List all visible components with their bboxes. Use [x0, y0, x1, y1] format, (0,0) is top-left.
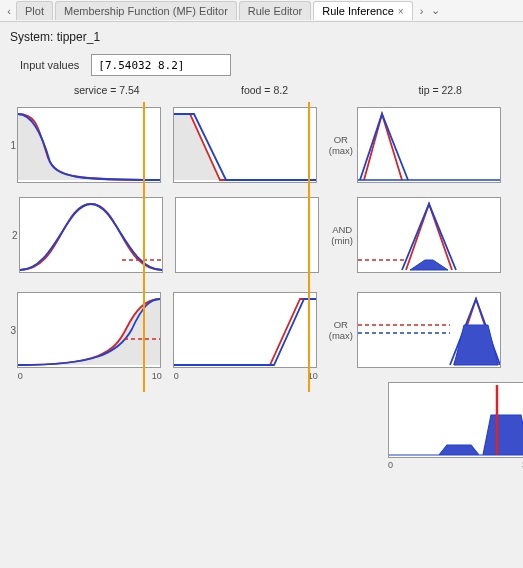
aggregate-row: 0 30: [10, 382, 513, 474]
system-name: System: tipper_1: [10, 30, 513, 44]
tick: 10: [152, 371, 162, 381]
client-area: System: tipper_1 Input values service = …: [0, 22, 523, 568]
tab-label: Rule Inference: [322, 5, 394, 17]
mf-food-3[interactable]: 0 10: [173, 292, 317, 368]
mf-service-3[interactable]: 0 10: [17, 292, 161, 368]
rule-number: 3: [10, 325, 17, 336]
tab-label: Plot: [25, 5, 44, 17]
rule-row-1: 1 OR (max): [10, 100, 513, 190]
tab-plot[interactable]: Plot: [16, 1, 53, 20]
close-icon[interactable]: ×: [398, 6, 404, 17]
tick: 0: [174, 371, 179, 381]
input-values-row: Input values: [20, 54, 513, 76]
rule-op-2: AND (min): [331, 224, 353, 247]
input-values-label: Input values: [20, 59, 79, 71]
rule-number: 2: [10, 230, 19, 241]
col-header-service: service = 7.54: [34, 84, 180, 96]
rule-op-3: OR (max): [329, 319, 353, 342]
xticks-tip: 0 30: [388, 460, 523, 470]
inference-grid: service = 7.54 food = 8.2 tip = 22.8 1: [10, 84, 513, 474]
mf-food-1[interactable]: [173, 107, 317, 183]
op-fn: (max): [329, 145, 353, 156]
mf-tip-3[interactable]: [357, 292, 501, 368]
aggregate-output[interactable]: [388, 382, 523, 458]
column-headers: service = 7.54 food = 8.2 tip = 22.8: [34, 84, 513, 96]
tab-mf-editor[interactable]: Membership Function (MF) Editor: [55, 1, 237, 20]
show-actions-button[interactable]: ⌄: [429, 4, 443, 18]
nav-forward-button[interactable]: ›: [415, 4, 429, 18]
rule-row-2: 2 AND (min): [10, 190, 513, 280]
tab-rule-inference[interactable]: Rule Inference ×: [313, 1, 412, 20]
nav-back-button[interactable]: ‹: [2, 4, 16, 18]
mf-tip-1[interactable]: [357, 107, 501, 183]
tick: 0: [18, 371, 23, 381]
mf-service-1[interactable]: [17, 107, 161, 183]
op-name: OR: [334, 319, 348, 330]
rule-op-1: OR (max): [329, 134, 353, 157]
xticks-food: 0 10: [174, 371, 318, 381]
tick: 0: [388, 460, 393, 470]
tab-label: Rule Editor: [248, 5, 302, 17]
tab-rule-editor[interactable]: Rule Editor: [239, 1, 311, 20]
mf-tip-2[interactable]: [357, 197, 501, 273]
tick: 10: [308, 371, 318, 381]
rule-row-3: 3 0 10: [10, 280, 513, 380]
xticks-service: 0 10: [18, 371, 162, 381]
input-values-field[interactable]: [91, 54, 231, 76]
system-value: tipper_1: [57, 30, 100, 44]
col-header-food: food = 8.2: [192, 84, 338, 96]
system-label: System:: [10, 30, 53, 44]
tab-bar: ‹ Plot Membership Function (MF) Editor R…: [0, 0, 523, 22]
mf-service-2[interactable]: [19, 197, 163, 273]
op-fn: (max): [329, 330, 353, 341]
rule-number: 1: [10, 140, 17, 151]
tab-label: Membership Function (MF) Editor: [64, 5, 228, 17]
op-name: OR: [334, 134, 348, 145]
col-header-tip: tip = 22.8: [367, 84, 513, 96]
op-fn: (min): [331, 235, 353, 246]
op-name: AND: [332, 224, 352, 235]
mf-food-2[interactable]: [175, 197, 319, 273]
